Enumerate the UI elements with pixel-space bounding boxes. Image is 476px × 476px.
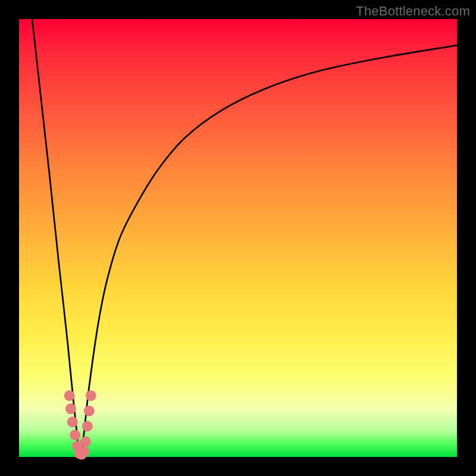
watermark-text: TheBottleneck.com [356, 4, 470, 19]
scatter-point [86, 390, 96, 401]
bottleneck-cluster [64, 390, 96, 460]
right-rising-curve [82, 45, 457, 457]
plot-area [19, 19, 457, 457]
scatter-point [82, 421, 93, 431]
scatter-point [84, 406, 95, 416]
scatter-point [80, 436, 91, 447]
scatter-point [64, 390, 75, 401]
scatter-point [65, 403, 76, 414]
curve-layer [19, 19, 457, 457]
scatter-point [70, 430, 80, 440]
chart-frame: TheBottleneck.com [0, 0, 476, 476]
scatter-point [67, 416, 78, 427]
scatter-point [79, 446, 89, 457]
